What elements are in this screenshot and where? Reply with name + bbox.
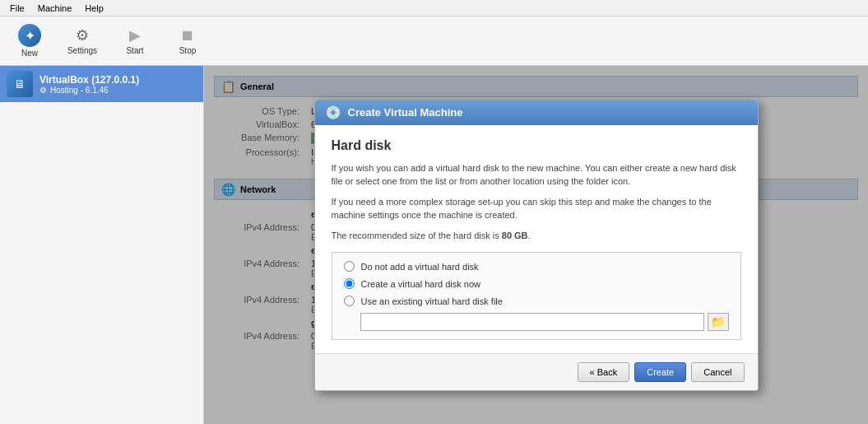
existing-disk-label: Use an existing virtual hard disk file xyxy=(361,296,503,306)
radio-group: Do not add a virtual hard disk Create a … xyxy=(332,252,741,340)
menu-help[interactable]: Help xyxy=(78,2,110,15)
new-label: New xyxy=(21,49,38,58)
back-button[interactable]: « Back xyxy=(578,362,630,382)
dialog-footer: « Back Create Cancel xyxy=(315,353,758,390)
vm-subtitle: ⚙ Hosting - 6.1.46 xyxy=(39,86,197,95)
vm-info: VirtualBox (127.0.0.1) ⚙ Hosting - 6.1.4… xyxy=(39,74,197,95)
new-button[interactable]: ✦ New xyxy=(7,20,53,63)
vm-icon: 🖥 xyxy=(7,71,33,97)
no-disk-radio[interactable] xyxy=(344,261,355,272)
existing-disk-radio[interactable] xyxy=(344,296,355,306)
cancel-button[interactable]: Cancel xyxy=(691,362,744,382)
create-disk-radio[interactable] xyxy=(344,278,355,289)
create-disk-option[interactable]: Create a virtual hard disk now xyxy=(344,278,729,289)
create-disk-label: Create a virtual hard disk now xyxy=(361,279,481,289)
dialog-section-title: Hard disk xyxy=(332,138,741,153)
stop-button[interactable]: ⏹ Stop xyxy=(165,20,211,63)
left-panel: 🖥 VirtualBox (127.0.0.1) ⚙ Hosting - 6.1… xyxy=(0,66,204,424)
vm-gear-icon: ⚙ xyxy=(39,86,47,95)
settings-label: Settings xyxy=(67,46,97,55)
menu-file[interactable]: File xyxy=(3,2,31,15)
dialog-para2: If you need a more complex storage set-u… xyxy=(332,195,741,222)
stop-label: Stop xyxy=(179,46,197,55)
new-icon: ✦ xyxy=(18,24,41,47)
vm-list-item[interactable]: 🖥 VirtualBox (127.0.0.1) ⚙ Hosting - 6.1… xyxy=(0,66,203,102)
play-icon: ▶ xyxy=(129,26,141,44)
main-container: 🖥 VirtualBox (127.0.0.1) ⚙ Hosting - 6.1… xyxy=(0,66,868,424)
dialog-overlay: 💿 Create Virtual Machine Hard disk If yo… xyxy=(204,66,868,424)
settings-button[interactable]: ⚙ Settings xyxy=(59,20,105,63)
dialog-para3: The recommended size of the hard disk is… xyxy=(332,229,741,243)
vm-name: VirtualBox (127.0.0.1) xyxy=(39,74,197,86)
gear-icon: ⚙ xyxy=(76,26,89,44)
create-button[interactable]: Create xyxy=(634,362,686,382)
dialog-para1: If you wish you can add a virtual hard d… xyxy=(332,161,741,189)
no-disk-label: Do not add a virtual hard disk xyxy=(361,262,479,272)
start-button[interactable]: ▶ Start xyxy=(112,20,158,63)
create-vm-dialog: 💿 Create Virtual Machine Hard disk If yo… xyxy=(314,99,759,392)
right-panel: 📋 General OS Type: Linux (5.15.39) Virtu… xyxy=(204,66,868,424)
menubar: File Machine Help xyxy=(0,0,868,16)
dialog-title-icon: 💿 xyxy=(325,105,341,120)
file-browse-button[interactable]: 📁 xyxy=(708,313,729,331)
file-path-input[interactable] xyxy=(360,313,704,331)
existing-disk-option[interactable]: Use an existing virtual hard disk file xyxy=(344,296,729,306)
dialog-body: Hard disk If you wish you can add a virt… xyxy=(315,125,758,354)
file-input-row: 📁 xyxy=(344,313,729,331)
dialog-title-text: Create Virtual Machine xyxy=(348,106,463,119)
toolbar: ✦ New ⚙ Settings ▶ Start ⏹ Stop xyxy=(0,16,868,66)
menu-machine[interactable]: Machine xyxy=(31,2,79,15)
dialog-titlebar: 💿 Create Virtual Machine xyxy=(315,100,758,125)
no-disk-option[interactable]: Do not add a virtual hard disk xyxy=(344,261,729,272)
stop-icon: ⏹ xyxy=(180,27,195,44)
start-label: Start xyxy=(126,46,143,55)
